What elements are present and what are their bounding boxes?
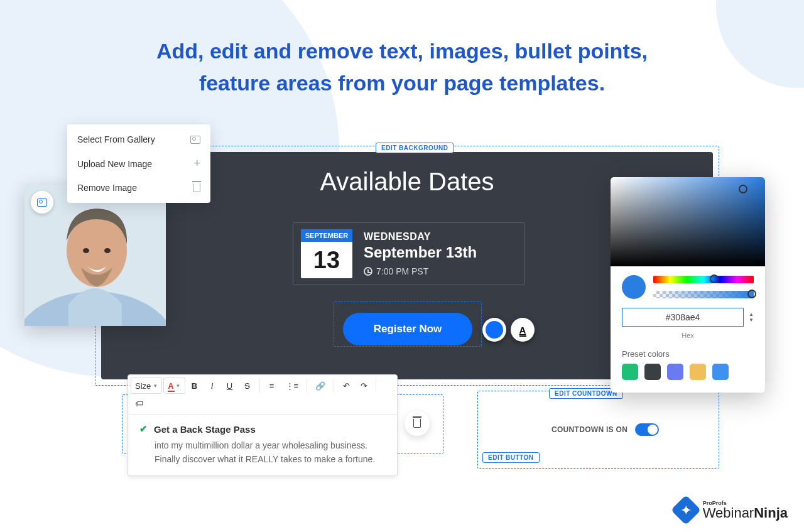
trash-icon xyxy=(193,183,200,192)
date-info: WEDNESDAY September 13th 7:00 PM PST xyxy=(364,231,477,276)
gallery-icon xyxy=(190,136,200,144)
hue-slider[interactable] xyxy=(653,276,754,283)
brand-logo: ✦ ProProfs WebinarNinja xyxy=(675,499,788,521)
page-heading: Add, edit and remove text, images, bulle… xyxy=(0,35,804,99)
color-picker-panel: ▲▼ Hex Preset colors xyxy=(611,177,765,393)
logo-badge-icon: ✦ xyxy=(671,495,701,525)
check-icon: ✔ xyxy=(139,423,148,435)
sb-cursor[interactable] xyxy=(739,185,747,193)
format-toggle[interactable]: ▲▼ xyxy=(749,312,754,323)
preset-color[interactable] xyxy=(667,364,683,380)
editor-content[interactable]: ✔ Get a Back Stage Pass into my multimil… xyxy=(128,415,397,475)
preset-color[interactable] xyxy=(644,364,661,380)
countdown-label: COUNTDOWN IS ON xyxy=(551,425,627,434)
button-text-color-circle[interactable]: A xyxy=(511,318,535,342)
svg-point-3 xyxy=(83,248,89,253)
upload-new-image[interactable]: Upload New Image + xyxy=(67,151,210,176)
register-button[interactable]: Register Now xyxy=(343,313,472,345)
alpha-slider[interactable] xyxy=(653,291,754,298)
link-button[interactable]: 🔗 xyxy=(311,377,330,394)
bold-button[interactable]: B xyxy=(187,377,203,394)
font-color-button[interactable]: A▼ xyxy=(163,377,185,394)
saturation-brightness-area[interactable] xyxy=(611,177,765,266)
date-full: September 13th xyxy=(364,244,477,261)
preset-colors-label: Preset colors xyxy=(611,339,765,364)
font-size-dropdown[interactable]: Size▼ xyxy=(131,377,162,394)
button-bg-color-circle[interactable] xyxy=(482,318,506,342)
select-from-gallery[interactable]: Select From Gallery xyxy=(67,128,210,151)
bullet-body: into my multimillion dollar a year whole… xyxy=(155,438,386,467)
gallery-icon xyxy=(37,198,47,207)
undo-button[interactable]: ↶ xyxy=(338,377,354,394)
hex-label: Hex xyxy=(611,332,765,339)
clock-icon xyxy=(364,267,372,276)
presenter-image[interactable] xyxy=(24,185,166,326)
date-time: 7:00 PM PST xyxy=(364,266,477,276)
trash-icon xyxy=(413,419,421,428)
date-card[interactable]: SEPTEMBER 13 WEDNESDAY September 13th 7:… xyxy=(293,222,525,285)
date-month: SEPTEMBER xyxy=(301,229,352,242)
tag-button[interactable]: 🏷 xyxy=(131,395,148,411)
date-weekday: WEDNESDAY xyxy=(364,231,477,242)
italic-button[interactable]: I xyxy=(204,377,220,394)
current-color-swatch xyxy=(622,275,646,299)
ordered-list-button[interactable]: ≡ xyxy=(264,377,280,394)
preset-color[interactable] xyxy=(690,364,706,380)
underline-button[interactable]: U xyxy=(222,377,238,394)
text-editor: Size▼ A▼ B I U S ≡ ⋮≡ 🔗 ↶ ↷ 🏷 ✔ Get a Ba… xyxy=(128,374,398,476)
svg-point-4 xyxy=(104,248,111,253)
countdown-toggle[interactable] xyxy=(635,423,659,436)
redo-button[interactable]: ↷ xyxy=(356,377,372,394)
preset-color[interactable] xyxy=(622,364,638,380)
image-menu: Select From Gallery Upload New Image + R… xyxy=(67,124,210,203)
preset-colors xyxy=(611,364,765,380)
hex-input[interactable] xyxy=(622,308,744,327)
unordered-list-button[interactable]: ⋮≡ xyxy=(281,377,303,394)
strikethrough-button[interactable]: S xyxy=(239,377,256,394)
edit-image-button[interactable] xyxy=(31,191,53,214)
plus-icon: + xyxy=(193,157,200,170)
calendar-block: SEPTEMBER 13 xyxy=(301,229,352,278)
edit-background-tag[interactable]: EDIT BACKGROUND xyxy=(376,143,454,153)
bullet-title: Get a Back Stage Pass xyxy=(154,424,256,435)
preset-color[interactable] xyxy=(712,364,729,380)
delete-block-button[interactable] xyxy=(405,411,430,436)
remove-image[interactable]: Remove Image xyxy=(67,176,210,199)
editor-toolbar: Size▼ A▼ B I U S ≡ ⋮≡ 🔗 ↶ ↷ 🏷 xyxy=(128,375,397,415)
date-day-number: 13 xyxy=(313,242,340,278)
